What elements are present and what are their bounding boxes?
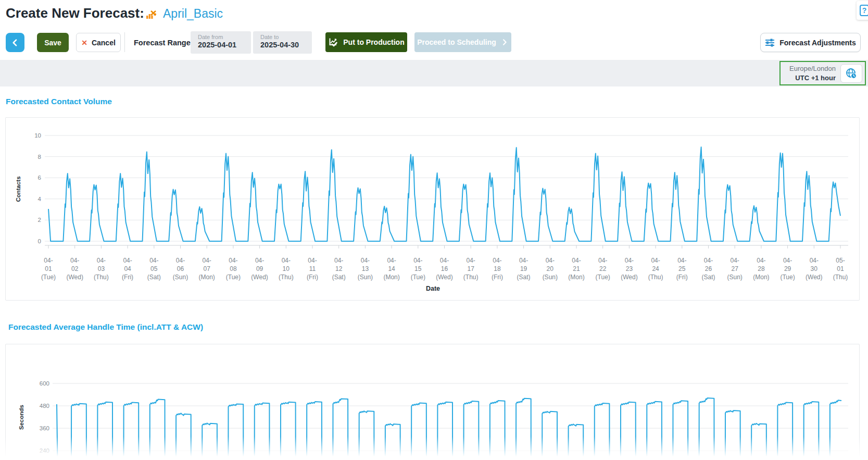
cancel-button[interactable]: ✕ Cancel bbox=[76, 33, 121, 52]
svg-text:04-15(Tue): 04-15(Tue) bbox=[411, 257, 425, 281]
toolbar-divider bbox=[124, 32, 125, 52]
cancel-label: Cancel bbox=[92, 39, 116, 47]
svg-text:04-27(Sun): 04-27(Sun) bbox=[727, 257, 743, 281]
timezone-box: Europe/London UTC +1 hour bbox=[779, 61, 866, 85]
svg-text:04-12(Sat): 04-12(Sat) bbox=[332, 257, 346, 281]
svg-text:04-14(Mon): 04-14(Mon) bbox=[383, 257, 399, 281]
svg-text:Seconds: Seconds bbox=[18, 405, 24, 430]
svg-text:Date: Date bbox=[426, 285, 440, 292]
svg-text:04-19(Sat): 04-19(Sat) bbox=[517, 257, 531, 281]
question-mark-icon: ? bbox=[860, 5, 868, 16]
forecast-chart-icon bbox=[146, 9, 157, 20]
aht-card: 600480360240Seconds bbox=[5, 344, 860, 460]
help-button[interactable]: ? bbox=[857, 1, 868, 20]
svg-text:04-01(Tue): 04-01(Tue) bbox=[41, 257, 56, 281]
put-to-production-button[interactable]: Put to Production bbox=[325, 32, 407, 52]
timezone-band bbox=[0, 60, 868, 86]
svg-text:05-01(Thu): 05-01(Thu) bbox=[833, 257, 848, 281]
svg-text:04-11(Fri): 04-11(Fri) bbox=[307, 257, 318, 281]
svg-text:480: 480 bbox=[40, 403, 49, 409]
aht-chart: 600480360240Seconds bbox=[6, 344, 860, 460]
date-to-field[interactable]: Date to 2025-04-30 bbox=[253, 31, 312, 54]
svg-text:10: 10 bbox=[34, 132, 41, 139]
svg-text:04-28(Mon): 04-28(Mon) bbox=[753, 257, 769, 281]
save-button[interactable]: Save bbox=[37, 33, 69, 52]
svg-text:04-06(Sun): 04-06(Sun) bbox=[173, 257, 188, 281]
svg-text:2: 2 bbox=[38, 217, 41, 223]
svg-text:04-16(Wed): 04-16(Wed) bbox=[436, 257, 452, 281]
svg-text:04-09(Wed): 04-09(Wed) bbox=[251, 257, 268, 281]
forecast-adjustments-label: Forecast Adjustments bbox=[779, 39, 856, 47]
svg-text:04-18(Fri): 04-18(Fri) bbox=[492, 257, 503, 281]
svg-text:360: 360 bbox=[40, 425, 49, 431]
svg-text:04-21(Mon): 04-21(Mon) bbox=[568, 257, 584, 281]
svg-text:04-10(Thu): 04-10(Thu) bbox=[279, 257, 294, 281]
date-to-value: 2025-04-30 bbox=[260, 41, 312, 49]
svg-text:04-23(Wed): 04-23(Wed) bbox=[621, 257, 637, 281]
svg-text:600: 600 bbox=[40, 380, 49, 387]
svg-text:04-24(Thu): 04-24(Thu) bbox=[648, 257, 663, 281]
forecast-name: April_Basic bbox=[163, 7, 223, 21]
contact-volume-chart: 0246810Contacts04-01(Tue)04-02(Wed)04-03… bbox=[6, 118, 860, 301]
cancel-x-icon: ✕ bbox=[81, 39, 87, 47]
date-to-placeholder: Date to bbox=[260, 34, 312, 40]
svg-text:04-03(Thu): 04-03(Thu) bbox=[94, 257, 109, 281]
svg-text:04-26(Sat): 04-26(Sat) bbox=[701, 257, 715, 281]
svg-text:04-04(Fri): 04-04(Fri) bbox=[122, 257, 133, 281]
svg-text:240: 240 bbox=[40, 447, 49, 454]
svg-text:4: 4 bbox=[38, 196, 42, 202]
proceed-to-scheduling-button: Proceed to Scheduling bbox=[414, 32, 511, 52]
back-button[interactable] bbox=[6, 33, 24, 52]
timezone-region: Europe/London bbox=[789, 64, 836, 73]
aht-title: Forecasted Average Handle Time (incl.ATT… bbox=[8, 322, 203, 332]
proceed-to-scheduling-label: Proceed to Scheduling bbox=[417, 38, 496, 46]
date-from-field[interactable]: Date from 2025-04-01 bbox=[191, 31, 251, 54]
svg-text:04-22(Tue): 04-22(Tue) bbox=[596, 257, 610, 281]
svg-text:04-17(Thu): 04-17(Thu) bbox=[463, 257, 479, 281]
sliders-icon bbox=[765, 38, 775, 47]
svg-text:0: 0 bbox=[38, 238, 41, 244]
chart-check-icon bbox=[328, 37, 338, 47]
svg-text:04-20(Sun): 04-20(Sun) bbox=[543, 257, 558, 281]
put-to-production-label: Put to Production bbox=[343, 38, 404, 46]
timezone-offset: UTC +1 hour bbox=[789, 73, 836, 83]
svg-text:8: 8 bbox=[38, 154, 41, 160]
date-from-value: 2025-04-01 bbox=[198, 41, 251, 49]
date-from-placeholder: Date from bbox=[198, 34, 251, 40]
globe-clock-icon bbox=[845, 67, 858, 80]
forecast-adjustments-button[interactable]: Forecast Adjustments bbox=[760, 33, 861, 52]
svg-text:04-29(Tue): 04-29(Tue) bbox=[780, 257, 795, 281]
svg-text:04-07(Mon): 04-07(Mon) bbox=[199, 257, 215, 281]
timezone-globe-button[interactable] bbox=[840, 64, 862, 83]
svg-text:6: 6 bbox=[38, 175, 41, 181]
chevron-left-icon bbox=[10, 38, 20, 48]
chevron-right-icon bbox=[500, 38, 509, 46]
svg-text:04-13(Sun): 04-13(Sun) bbox=[358, 257, 373, 281]
svg-text:04-25(Fri): 04-25(Fri) bbox=[676, 257, 688, 281]
svg-text:04-08(Tue): 04-08(Tue) bbox=[226, 257, 241, 281]
page-title: Create New Forecast: bbox=[6, 5, 144, 21]
svg-text:04-02(Wed): 04-02(Wed) bbox=[66, 257, 83, 281]
svg-text:Contacts: Contacts bbox=[15, 176, 21, 202]
contact-volume-card: 0246810Contacts04-01(Tue)04-02(Wed)04-03… bbox=[5, 117, 860, 301]
contact-volume-title: Forecasted Contact Volume bbox=[6, 97, 112, 106]
forecast-range-label: Forecast Range: bbox=[134, 33, 193, 52]
svg-text:04-30(Wed): 04-30(Wed) bbox=[806, 257, 822, 281]
svg-text:04-05(Sat): 04-05(Sat) bbox=[147, 257, 161, 281]
